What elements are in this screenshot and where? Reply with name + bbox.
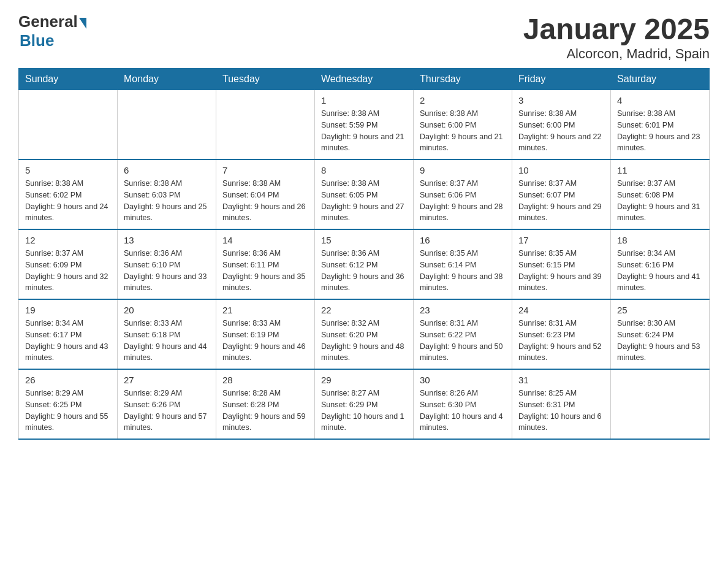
day-info: Sunrise: 8:37 AM Sunset: 6:06 PM Dayligh… [420,178,506,224]
day-info: Sunrise: 8:35 AM Sunset: 6:15 PM Dayligh… [518,248,604,294]
day-number: 4 [617,95,703,105]
day-number: 6 [124,165,210,175]
day-info: Sunrise: 8:38 AM Sunset: 5:59 PM Dayligh… [321,108,407,154]
day-number: 13 [124,235,210,245]
day-number: 23 [420,305,506,315]
calendar-cell: 31Sunrise: 8:25 AM Sunset: 6:31 PM Dayli… [512,369,611,439]
calendar-cell: 19Sunrise: 8:34 AM Sunset: 6:17 PM Dayli… [19,299,118,369]
day-info: Sunrise: 8:27 AM Sunset: 6:29 PM Dayligh… [321,388,407,434]
week-row-5: 26Sunrise: 8:29 AM Sunset: 6:25 PM Dayli… [19,369,710,439]
day-number: 17 [518,235,604,245]
day-info: Sunrise: 8:37 AM Sunset: 6:07 PM Dayligh… [518,178,604,224]
day-info: Sunrise: 8:38 AM Sunset: 6:02 PM Dayligh… [25,178,111,224]
day-number: 28 [222,375,308,385]
calendar-cell: 15Sunrise: 8:36 AM Sunset: 6:12 PM Dayli… [315,229,414,299]
calendar-cell: 24Sunrise: 8:31 AM Sunset: 6:23 PM Dayli… [512,299,611,369]
calendar-cell: 13Sunrise: 8:36 AM Sunset: 6:10 PM Dayli… [118,229,216,299]
day-info: Sunrise: 8:29 AM Sunset: 6:25 PM Dayligh… [25,388,111,434]
day-number: 12 [25,235,111,245]
calendar-cell: 7Sunrise: 8:38 AM Sunset: 6:04 PM Daylig… [216,159,315,229]
day-number: 10 [518,165,604,175]
header-wednesday: Wednesday [315,69,414,90]
calendar-cell: 1Sunrise: 8:38 AM Sunset: 5:59 PM Daylig… [315,90,414,160]
day-info: Sunrise: 8:37 AM Sunset: 6:09 PM Dayligh… [25,248,111,294]
day-info: Sunrise: 8:33 AM Sunset: 6:18 PM Dayligh… [124,318,210,364]
day-number: 16 [420,235,506,245]
calendar-cell: 21Sunrise: 8:33 AM Sunset: 6:19 PM Dayli… [216,299,315,369]
header-sunday: Sunday [19,69,118,90]
calendar-cell: 10Sunrise: 8:37 AM Sunset: 6:07 PM Dayli… [512,159,611,229]
day-number: 8 [321,165,407,175]
day-info: Sunrise: 8:38 AM Sunset: 6:04 PM Dayligh… [222,178,308,224]
day-number: 3 [518,95,604,105]
calendar-cell: 3Sunrise: 8:38 AM Sunset: 6:00 PM Daylig… [512,90,611,160]
calendar-cell: 17Sunrise: 8:35 AM Sunset: 6:15 PM Dayli… [512,229,611,299]
day-number: 22 [321,305,407,315]
week-row-1: 1Sunrise: 8:38 AM Sunset: 5:59 PM Daylig… [19,90,710,160]
header-friday: Friday [512,69,611,90]
day-info: Sunrise: 8:38 AM Sunset: 6:01 PM Dayligh… [617,108,703,154]
day-number: 30 [420,375,506,385]
day-number: 1 [321,95,407,105]
calendar-table: SundayMondayTuesdayWednesdayThursdayFrid… [18,68,710,440]
day-info: Sunrise: 8:31 AM Sunset: 6:22 PM Dayligh… [420,318,506,364]
day-info: Sunrise: 8:32 AM Sunset: 6:20 PM Dayligh… [321,318,407,364]
day-number: 29 [321,375,407,385]
day-info: Sunrise: 8:31 AM Sunset: 6:23 PM Dayligh… [518,318,604,364]
logo-blue-text: Blue [20,31,54,50]
day-info: Sunrise: 8:35 AM Sunset: 6:14 PM Dayligh… [420,248,506,294]
day-number: 7 [222,165,308,175]
calendar-cell: 18Sunrise: 8:34 AM Sunset: 6:16 PM Dayli… [611,229,710,299]
header-saturday: Saturday [611,69,710,90]
day-info: Sunrise: 8:30 AM Sunset: 6:24 PM Dayligh… [617,318,703,364]
day-number: 5 [25,165,111,175]
calendar-cell: 23Sunrise: 8:31 AM Sunset: 6:22 PM Dayli… [414,299,512,369]
day-number: 20 [124,305,210,315]
logo: General Blue [18,12,86,50]
day-number: 19 [25,305,111,315]
day-number: 18 [617,235,703,245]
day-info: Sunrise: 8:36 AM Sunset: 6:12 PM Dayligh… [321,248,407,294]
calendar-header-row: SundayMondayTuesdayWednesdayThursdayFrid… [19,69,710,90]
day-info: Sunrise: 8:38 AM Sunset: 6:00 PM Dayligh… [420,108,506,154]
day-number: 2 [420,95,506,105]
day-info: Sunrise: 8:38 AM Sunset: 6:03 PM Dayligh… [124,178,210,224]
calendar-cell: 14Sunrise: 8:36 AM Sunset: 6:11 PM Dayli… [216,229,315,299]
day-number: 31 [518,375,604,385]
calendar-cell: 8Sunrise: 8:38 AM Sunset: 6:05 PM Daylig… [315,159,414,229]
week-row-2: 5Sunrise: 8:38 AM Sunset: 6:02 PM Daylig… [19,159,710,229]
calendar-cell [19,90,118,160]
title-block: January 2025 Alcorcon, Madrid, Spain [523,12,710,62]
day-info: Sunrise: 8:38 AM Sunset: 6:05 PM Dayligh… [321,178,407,224]
day-number: 15 [321,235,407,245]
calendar-cell: 16Sunrise: 8:35 AM Sunset: 6:14 PM Dayli… [414,229,512,299]
calendar-cell: 12Sunrise: 8:37 AM Sunset: 6:09 PM Dayli… [19,229,118,299]
calendar-cell: 4Sunrise: 8:38 AM Sunset: 6:01 PM Daylig… [611,90,710,160]
day-info: Sunrise: 8:25 AM Sunset: 6:31 PM Dayligh… [518,388,604,434]
day-number: 14 [222,235,308,245]
header-tuesday: Tuesday [216,69,315,90]
day-number: 21 [222,305,308,315]
day-number: 27 [124,375,210,385]
week-row-4: 19Sunrise: 8:34 AM Sunset: 6:17 PM Dayli… [19,299,710,369]
calendar-cell: 26Sunrise: 8:29 AM Sunset: 6:25 PM Dayli… [19,369,118,439]
header-monday: Monday [118,69,216,90]
day-info: Sunrise: 8:34 AM Sunset: 6:16 PM Dayligh… [617,248,703,294]
calendar-cell [611,369,710,439]
calendar-cell: 28Sunrise: 8:28 AM Sunset: 6:28 PM Dayli… [216,369,315,439]
calendar-title: January 2025 [523,12,710,46]
logo-arrow-icon [79,18,86,29]
day-number: 24 [518,305,604,315]
calendar-cell: 30Sunrise: 8:26 AM Sunset: 6:30 PM Dayli… [414,369,512,439]
day-info: Sunrise: 8:34 AM Sunset: 6:17 PM Dayligh… [25,318,111,364]
day-number: 9 [420,165,506,175]
logo-general-text: General [18,12,78,31]
header-thursday: Thursday [414,69,512,90]
calendar-cell [216,90,315,160]
calendar-cell: 22Sunrise: 8:32 AM Sunset: 6:20 PM Dayli… [315,299,414,369]
calendar-cell: 27Sunrise: 8:29 AM Sunset: 6:26 PM Dayli… [118,369,216,439]
day-info: Sunrise: 8:28 AM Sunset: 6:28 PM Dayligh… [222,388,308,434]
day-info: Sunrise: 8:36 AM Sunset: 6:11 PM Dayligh… [222,248,308,294]
day-info: Sunrise: 8:38 AM Sunset: 6:00 PM Dayligh… [518,108,604,154]
calendar-cell [118,90,216,160]
